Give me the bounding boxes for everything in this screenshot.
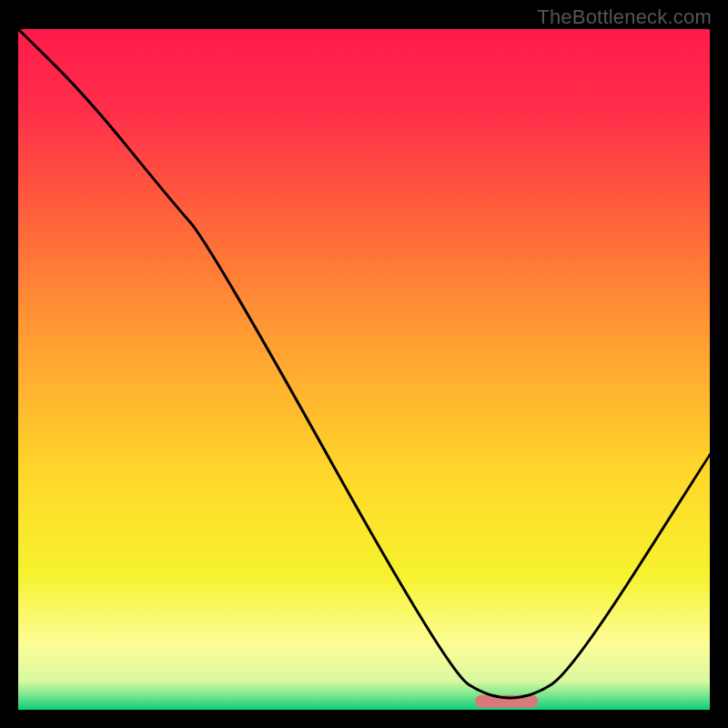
chart-background-gradient [16,27,712,712]
bottleneck-chart [16,27,712,712]
chart-frame [16,27,712,712]
watermark-text: TheBottleneck.com [537,5,712,29]
